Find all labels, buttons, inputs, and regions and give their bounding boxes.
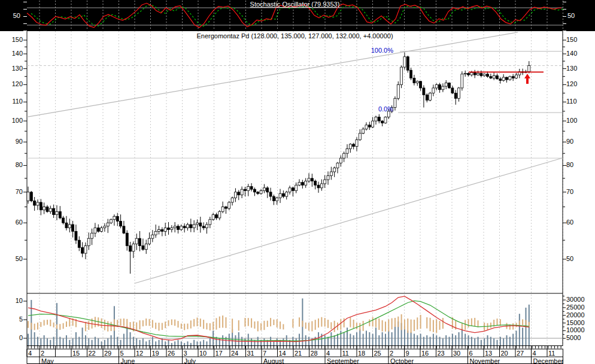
candle-body [515,75,517,78]
candle-body [375,117,377,121]
volume-bar [133,337,134,345]
volume-bar [40,338,41,345]
candle-body [353,144,355,147]
candle-body [113,216,116,219]
volume-bar [92,340,93,345]
candle-body [218,211,221,218]
day-label: 28 [311,350,318,357]
candle-body [148,238,151,244]
stochastic-axis-label-right: 50 [567,13,575,19]
candle-body [68,225,71,228]
volume-bar [350,333,351,345]
candle-body [480,73,482,75]
candle-body [202,226,205,228]
candle-body [53,208,55,214]
volume-bar [375,327,377,345]
volume-bar [442,338,444,345]
candle-body [314,181,317,185]
candle-body [224,207,227,209]
day-label: 14 [279,350,286,357]
candle-body [305,181,307,185]
candle-body [435,84,438,88]
volume-bar [299,333,300,345]
candle-body [253,189,256,192]
candle-body [228,202,230,208]
candle-body [487,74,489,77]
volume-bar [426,335,427,345]
volume-axis-label-left: 10 [4,298,23,304]
day-label: 11 [548,350,555,357]
candle-body [420,81,422,88]
volume-bar [238,332,239,345]
day-label: 29 [104,350,111,357]
volume-bar [337,333,338,345]
volume-bar [152,337,153,345]
candle-body [320,184,323,188]
volume-bar [465,333,466,345]
volume-bar [104,340,105,345]
candle-body [247,186,250,190]
candle-body [30,192,32,201]
volume-axis-label-left: 0 [4,335,23,341]
candle-body [78,240,80,247]
volume-bar [59,337,60,345]
candle-body [298,183,300,186]
day-label: 7 [263,350,266,357]
volume-bar [433,333,434,345]
candle-body [116,216,119,221]
price-axis-label-right: 150 [566,37,577,43]
day-label: 9 [406,350,409,357]
volume-bar [187,341,189,345]
volume-bar [44,335,45,345]
volume-bar [206,341,207,345]
candle-body [381,121,384,123]
volume-bar [56,303,57,345]
candle-body [458,88,460,98]
candle-body [496,75,499,78]
price-axis-label-left: 50 [4,256,23,262]
volume-bar [493,338,494,345]
candle-body [439,84,441,89]
volume-bar [334,335,335,345]
candle-body [327,175,329,180]
chart-canvas[interactable] [0,0,595,364]
volume-bar [95,337,96,345]
candle-body [416,81,418,83]
volume-bar [47,338,48,345]
day-label: 12 [136,350,143,357]
price-chart-title: Energomontaz Pd (128.000, 135.000, 127.0… [27,33,563,40]
volume-bar [449,337,450,345]
candle-body [413,78,415,83]
volume-bar [468,335,469,345]
candle-body [161,230,163,232]
price-axis-label-right: 130 [566,65,577,72]
day-label: 17 [215,350,223,357]
candle-body [27,192,29,201]
volume-bar [72,338,74,345]
volume-bar [171,343,172,345]
candle-body [468,73,470,75]
trendline [135,158,563,284]
volume-bar [149,340,150,345]
volume-bar [394,324,396,345]
candle-body [432,88,435,93]
candle-body [493,75,495,78]
volume-bar [388,330,389,345]
volume-bar [391,332,393,345]
day-label: 23 [438,350,445,357]
candle-body [473,72,476,75]
candle-body [339,158,342,163]
candle-body [212,215,214,220]
volume-bar [181,341,182,345]
candle-body [397,84,399,98]
volume-bar [369,332,370,345]
candle-body [403,57,406,67]
day-label: 2 [390,350,393,357]
day-label: 19 [152,350,159,357]
volume-bar [196,341,198,345]
volume-bar [503,338,504,345]
candle-body [190,225,192,228]
volume-bar [436,335,437,345]
volume-bar [235,335,236,345]
volume-bar [353,335,354,345]
